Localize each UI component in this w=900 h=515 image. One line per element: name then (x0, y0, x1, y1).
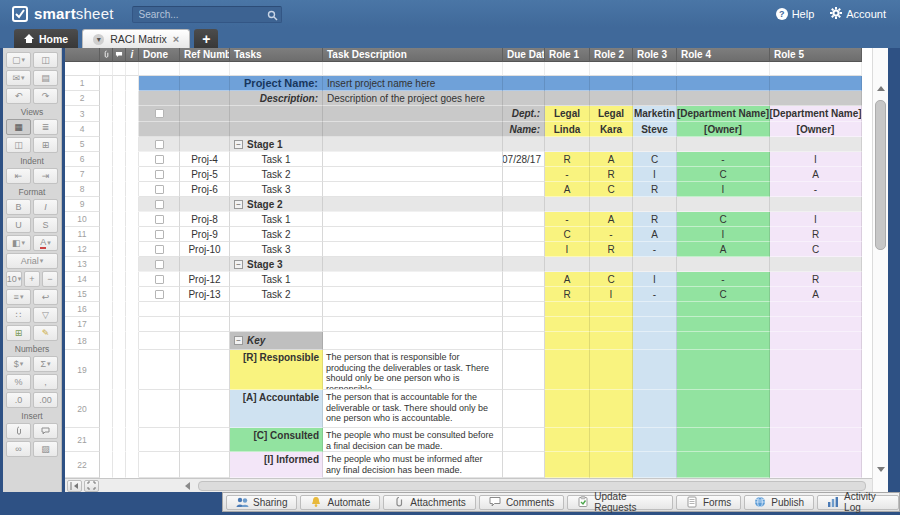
tab-menu-icon[interactable]: ▾ (93, 34, 104, 45)
strikethrough-button[interactable]: S (33, 217, 58, 233)
cell-ref[interactable] (180, 317, 230, 332)
cell-ref[interactable] (180, 137, 230, 152)
stage-group-cell[interactable]: −Stage 2 (230, 197, 323, 212)
cell-r5[interactable] (770, 332, 862, 350)
task-name-cell[interactable]: Task 1 (230, 152, 323, 167)
cell-ref[interactable] (180, 76, 230, 91)
cell-tasks[interactable] (230, 122, 323, 137)
raci-cell-role-4[interactable]: A (677, 242, 770, 257)
cell-r2[interactable] (590, 332, 633, 350)
raci-cell-role-1[interactable]: R (545, 152, 590, 167)
ref-number-cell[interactable]: Proj-10 (180, 242, 230, 257)
cell-due[interactable] (503, 91, 545, 106)
collapse-left-panel-button[interactable] (67, 480, 82, 492)
currency-button[interactable]: $▾ (6, 356, 31, 372)
raci-cell-role-1[interactable]: A (545, 182, 590, 197)
raci-cell-role-2[interactable]: R (590, 242, 633, 257)
done-checkbox[interactable] (155, 170, 164, 179)
cell-r1[interactable] (545, 257, 590, 272)
cell-r4[interactable] (677, 332, 770, 350)
raci-cell-role-5[interactable]: A (770, 287, 862, 302)
font-family-select[interactable]: Arial▾ (6, 253, 58, 269)
name-role-2[interactable]: Kara (590, 122, 633, 137)
cell-tasks[interactable] (230, 106, 323, 122)
cell-r3[interactable] (633, 332, 677, 350)
publish-button[interactable]: Publish (744, 495, 814, 510)
cell-desc[interactable] (323, 302, 503, 317)
done-checkbox[interactable] (155, 109, 164, 118)
cell-r1[interactable] (545, 91, 590, 106)
corner-header[interactable] (65, 48, 100, 62)
tab-close-icon[interactable]: × (173, 33, 179, 45)
attachment-column-header[interactable] (100, 48, 113, 62)
cell-ref[interactable] (180, 106, 230, 122)
header-role-4[interactable]: Role 4 (677, 48, 770, 62)
cell-r4[interactable] (677, 428, 770, 452)
raci-cell-role-4[interactable]: C (677, 167, 770, 182)
due-date-cell[interactable]: 07/28/17 (503, 152, 545, 167)
italic-button[interactable]: I (33, 199, 58, 215)
cell-r4[interactable] (677, 350, 770, 390)
done-checkbox[interactable] (155, 140, 164, 149)
cell-due[interactable] (503, 76, 545, 91)
key-entry-label[interactable]: [A] Accountable (230, 390, 323, 428)
undo-button[interactable]: ↶ (6, 88, 31, 104)
cell-r3[interactable] (633, 302, 677, 317)
cell-r3[interactable] (633, 390, 677, 428)
header-role-3[interactable]: Role 3 (633, 48, 677, 62)
cell-desc[interactable] (323, 106, 503, 122)
key-entry-label[interactable]: [R] Responsible (230, 350, 323, 390)
due-date-cell[interactable] (503, 272, 545, 287)
sharing-button[interactable]: Sharing (226, 495, 297, 510)
raci-cell-role-4[interactable]: C (677, 212, 770, 227)
comment-column-header[interactable] (113, 48, 126, 62)
cell-r4[interactable] (677, 257, 770, 272)
cell-desc[interactable] (323, 332, 503, 350)
cell-done[interactable] (139, 182, 180, 197)
description-label[interactable]: Description: (230, 91, 323, 106)
help-button[interactable]: ? Help (776, 8, 815, 20)
calendar-view-button[interactable]: ⊞ (33, 137, 58, 153)
cell-due[interactable] (503, 332, 545, 350)
key-entry-label[interactable]: [C] Consulted (230, 428, 323, 452)
project-name-label[interactable]: Project Name: (230, 76, 323, 91)
cell-r1[interactable] (545, 197, 590, 212)
cell-r2[interactable] (590, 137, 633, 152)
cell-r1[interactable] (545, 452, 590, 478)
cell-r3[interactable] (633, 428, 677, 452)
raci-cell-role-3[interactable]: R (633, 182, 677, 197)
cell-r4[interactable] (677, 76, 770, 91)
raci-cell-role-2[interactable]: R (590, 167, 633, 182)
ref-number-cell[interactable]: Proj-4 (180, 152, 230, 167)
cell-desc[interactable] (323, 122, 503, 137)
cell-r2[interactable] (590, 302, 633, 317)
cell-desc[interactable] (323, 317, 503, 332)
due-date-cell[interactable] (503, 212, 545, 227)
raci-cell-role-5[interactable]: - (770, 182, 862, 197)
task-description-cell[interactable] (323, 212, 503, 227)
cell-r2[interactable] (590, 197, 633, 212)
raci-cell-role-5[interactable]: R (770, 227, 862, 242)
cell-r5[interactable] (770, 452, 862, 478)
raci-cell-role-3[interactable]: I (633, 167, 677, 182)
increase-decimal-button[interactable]: .00 (33, 392, 58, 408)
account-button[interactable]: Account (830, 7, 886, 21)
due-date-cell[interactable] (503, 287, 545, 302)
expand-view-button[interactable] (84, 480, 99, 492)
cell-done[interactable] (139, 452, 180, 478)
cell-r4[interactable] (677, 452, 770, 478)
cell-r4[interactable] (677, 302, 770, 317)
header-tasks[interactable]: Tasks (230, 48, 323, 62)
raci-cell-role-2[interactable]: A (590, 152, 633, 167)
due-date-cell[interactable] (503, 182, 545, 197)
cell-done[interactable] (139, 212, 180, 227)
cell-r3[interactable] (633, 257, 677, 272)
name-role-5[interactable]: [Owner] (770, 122, 862, 137)
header-role-1[interactable]: Role 1 (545, 48, 590, 62)
task-description-cell[interactable] (323, 287, 503, 302)
cell-done[interactable] (139, 122, 180, 137)
task-name-cell[interactable]: Task 2 (230, 227, 323, 242)
task-name-cell[interactable]: Task 2 (230, 167, 323, 182)
cell-ref[interactable] (180, 91, 230, 106)
ref-number-cell[interactable]: Proj-12 (180, 272, 230, 287)
